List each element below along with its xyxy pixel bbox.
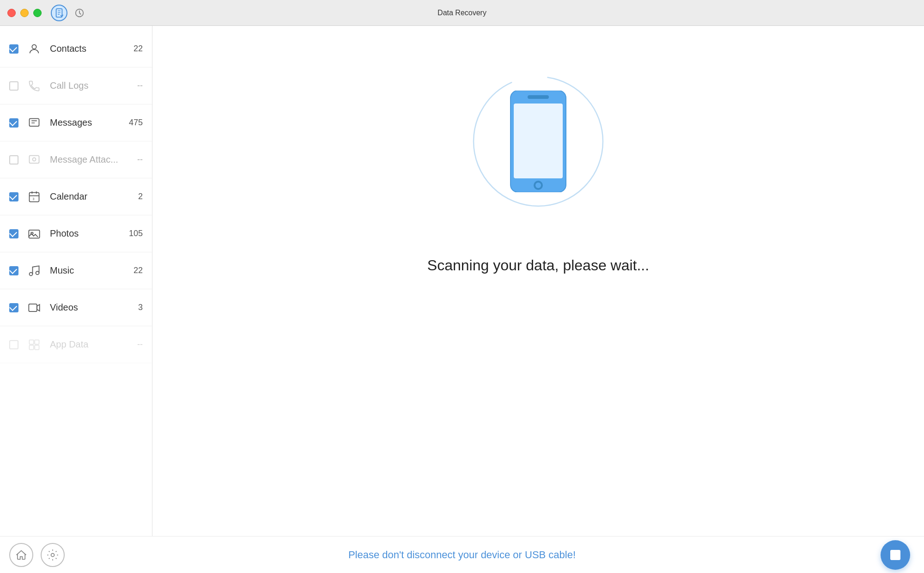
videos-icon bbox=[26, 299, 43, 316]
message-attach-label: Message Attac... bbox=[50, 154, 124, 165]
main-container: Contacts 22 Call Logs -- Messages bbox=[0, 26, 924, 536]
photos-icon bbox=[26, 226, 43, 242]
svg-point-5 bbox=[33, 158, 36, 161]
content-area: Scanning your data, please wait... bbox=[152, 26, 924, 536]
sidebar-item-message-attach[interactable]: Message Attac... -- bbox=[0, 141, 152, 178]
phone-scanning-animation bbox=[469, 54, 608, 229]
svg-rect-12 bbox=[29, 304, 37, 311]
calendar-count: 2 bbox=[124, 192, 143, 201]
svg-point-2 bbox=[32, 44, 36, 49]
message-attach-checkbox[interactable] bbox=[9, 155, 18, 165]
svg-point-11 bbox=[36, 271, 39, 274]
svg-rect-13 bbox=[30, 340, 34, 344]
traffic-lights bbox=[7, 9, 42, 17]
sidebar-item-messages[interactable]: Messages 475 bbox=[0, 104, 152, 141]
contacts-count: 22 bbox=[124, 44, 143, 54]
stop-button[interactable] bbox=[881, 540, 910, 570]
contacts-checkbox[interactable] bbox=[9, 44, 18, 54]
calendar-label: Calendar bbox=[50, 191, 124, 202]
svg-point-23 bbox=[51, 553, 55, 556]
minimize-button[interactable] bbox=[20, 9, 29, 17]
music-count: 22 bbox=[124, 266, 143, 275]
svg-rect-4 bbox=[30, 155, 39, 163]
sidebar-item-videos[interactable]: Videos 3 bbox=[0, 289, 152, 326]
call-logs-checkbox[interactable] bbox=[9, 81, 18, 91]
bottom-bar: Please don't disconnect your device or U… bbox=[0, 536, 924, 573]
bottom-left-icons bbox=[9, 543, 65, 567]
photos-checkbox[interactable] bbox=[9, 229, 18, 238]
messages-checkbox[interactable] bbox=[9, 118, 18, 128]
call-logs-label: Call Logs bbox=[50, 80, 124, 91]
svg-rect-3 bbox=[30, 118, 39, 126]
svg-point-22 bbox=[535, 183, 541, 188]
sidebar: Contacts 22 Call Logs -- Messages bbox=[0, 26, 152, 536]
messages-label: Messages bbox=[50, 117, 124, 128]
sidebar-item-call-logs[interactable]: Call Logs -- bbox=[0, 67, 152, 104]
window-title: Data Recovery bbox=[438, 9, 486, 17]
toolbar-icons bbox=[51, 5, 88, 21]
videos-label: Videos bbox=[50, 302, 124, 313]
app-data-label: App Data bbox=[50, 339, 124, 350]
svg-rect-15 bbox=[30, 345, 34, 349]
messages-count: 475 bbox=[124, 118, 143, 128]
recovery-toolbar-button[interactable] bbox=[51, 5, 67, 21]
call-logs-icon bbox=[26, 78, 43, 94]
contacts-label: Contacts bbox=[50, 43, 124, 54]
sidebar-item-app-data[interactable]: App Data -- bbox=[0, 326, 152, 363]
svg-rect-14 bbox=[35, 340, 39, 344]
videos-count: 3 bbox=[124, 303, 143, 312]
app-data-count: -- bbox=[124, 340, 143, 349]
settings-button[interactable] bbox=[41, 543, 65, 567]
phone-graphic bbox=[508, 91, 568, 192]
music-icon bbox=[26, 262, 43, 279]
app-data-checkbox[interactable] bbox=[9, 340, 18, 349]
sidebar-item-calendar[interactable]: 3 Calendar 2 bbox=[0, 178, 152, 215]
calendar-checkbox[interactable] bbox=[9, 192, 18, 201]
sidebar-item-contacts[interactable]: Contacts 22 bbox=[0, 30, 152, 67]
messages-icon bbox=[26, 115, 43, 131]
music-checkbox[interactable] bbox=[9, 266, 18, 275]
music-label: Music bbox=[50, 265, 124, 276]
contacts-icon bbox=[26, 41, 43, 57]
message-attach-icon bbox=[26, 152, 43, 168]
title-bar: Data Recovery bbox=[0, 0, 924, 26]
app-data-icon bbox=[26, 336, 43, 353]
photos-label: Photos bbox=[50, 228, 124, 239]
maximize-button[interactable] bbox=[33, 9, 42, 17]
svg-rect-19 bbox=[514, 104, 563, 178]
sidebar-item-music[interactable]: Music 22 bbox=[0, 252, 152, 289]
svg-text:3: 3 bbox=[33, 197, 35, 201]
backup-toolbar-button[interactable] bbox=[71, 5, 88, 21]
calendar-icon: 3 bbox=[26, 189, 43, 205]
videos-checkbox[interactable] bbox=[9, 303, 18, 312]
home-button[interactable] bbox=[9, 543, 33, 567]
svg-rect-16 bbox=[35, 345, 39, 349]
svg-rect-20 bbox=[528, 95, 549, 99]
call-logs-count: -- bbox=[124, 81, 143, 91]
scanning-text: Scanning your data, please wait... bbox=[427, 257, 649, 274]
sidebar-item-photos[interactable]: Photos 105 bbox=[0, 215, 152, 252]
photos-count: 105 bbox=[124, 229, 143, 238]
disconnect-warning-text: Please don't disconnect your device or U… bbox=[348, 549, 576, 561]
message-attach-count: -- bbox=[124, 155, 143, 165]
close-button[interactable] bbox=[7, 9, 16, 17]
svg-point-10 bbox=[30, 272, 33, 275]
